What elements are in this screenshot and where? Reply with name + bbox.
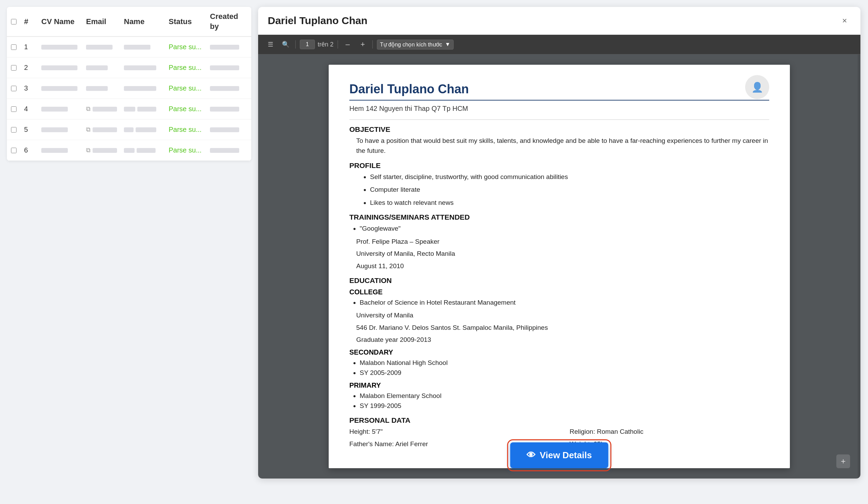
status-badge: Parse su... <box>169 105 202 113</box>
profile-list: Self starter, discipline, trustworthy, w… <box>360 172 769 208</box>
col-cvname-label: CV Name <box>41 17 75 26</box>
status-badge: Parse su... <box>169 126 202 133</box>
row-4-select[interactable] <box>11 106 17 112</box>
row-1-checkbox[interactable] <box>7 38 21 56</box>
row-6-email: ⧉ <box>83 141 121 160</box>
trainings-list: "Googlewave" <box>360 224 769 234</box>
row-1-num: 1 <box>21 37 38 57</box>
row-1-select[interactable] <box>11 44 17 50</box>
col-header-num: # <box>21 7 38 36</box>
select-all-checkbox[interactable] <box>11 19 17 24</box>
search-button[interactable]: 🔍 <box>280 39 291 50</box>
page-number-input[interactable] <box>300 40 315 49</box>
list-item: SY 2005-2009 <box>360 368 769 378</box>
row-1-email <box>83 39 121 56</box>
profile-watermark: 👤 <box>745 75 769 99</box>
row-5-num: 5 <box>21 120 38 140</box>
toolbar-separator-3 <box>372 40 373 49</box>
college-list: Bachelor of Science in Hotel Restaurant … <box>360 297 769 307</box>
table-row: 6 ⧉ Parse su... 04/11/20... <box>7 140 251 161</box>
row-3-checkbox[interactable] <box>7 80 21 97</box>
copy-icon[interactable]: ⧉ <box>86 126 91 133</box>
row-3-cv-name <box>38 80 83 97</box>
col-created-by-label: Created by <box>210 12 244 31</box>
row-4-status: Parse su... <box>165 99 207 119</box>
row-3-email <box>83 80 121 97</box>
trainings-venue: University of Manila, Recto Manila <box>349 249 769 258</box>
row-4-name <box>121 101 165 118</box>
row-6-num: 6 <box>21 140 38 161</box>
row-6-status: Parse su... <box>165 140 207 161</box>
row-4-created-by <box>207 101 248 118</box>
secondary-subtitle: SECONDARY <box>349 348 769 356</box>
pdf-content-area[interactable]: 👤 Dariel Tuplano Chan Hem 142 Nguyen thi… <box>258 54 860 479</box>
watermark-icon: 👤 <box>751 82 763 93</box>
trainings-speaker: Prof. Felipe Plaza – Speaker <box>349 237 769 247</box>
zoom-label: Tự động chọn kích thước <box>380 41 442 48</box>
eye-icon: 👁 <box>527 450 536 461</box>
header-checkbox[interactable] <box>7 7 21 36</box>
row-3-created-by <box>207 80 248 97</box>
status-badge: Parse su... <box>169 64 202 71</box>
row-2-created-by <box>207 59 248 76</box>
profile-title: PROFILE <box>349 162 769 170</box>
row-6-checkbox[interactable] <box>7 142 21 160</box>
row-5-checkbox[interactable] <box>7 121 21 139</box>
row-1-status: Parse su... <box>165 37 207 57</box>
status-badge: Parse su... <box>169 43 202 51</box>
row-1-cv-name <box>38 39 83 56</box>
zoom-in-button[interactable]: + <box>357 39 368 50</box>
row-3-date: 07/11/20... <box>248 78 251 99</box>
col-status-label: Status <box>169 17 192 26</box>
close-button[interactable]: × <box>838 14 851 27</box>
row-4-checkbox[interactable] <box>7 100 21 118</box>
row-4-cv-name <box>38 101 83 118</box>
col-header-cv-name: CV Name <box>38 7 83 36</box>
view-details-label: View Details <box>540 450 592 461</box>
row-5-email: ⧉ <box>83 120 121 140</box>
college-university: University of Manila <box>349 310 769 320</box>
plus-icon: + <box>841 456 846 466</box>
scrollbar[interactable] <box>858 54 860 479</box>
row-3-select[interactable] <box>11 86 17 91</box>
row-2-email <box>83 59 121 76</box>
zoom-select[interactable]: Tự động chọn kích thước ▼ <box>377 40 454 50</box>
toolbar-separator-2 <box>338 40 338 49</box>
zoom-out-button[interactable]: – <box>342 39 353 50</box>
status-badge: Parse su... <box>169 84 202 92</box>
row-3-num: 3 <box>21 78 38 99</box>
zoom-in-icon: + <box>361 40 365 49</box>
row-2-checkbox[interactable] <box>7 59 21 77</box>
pdf-page: 👤 Dariel Tuplano Chan Hem 142 Nguyen thi… <box>329 65 790 468</box>
row-5-name <box>121 121 165 138</box>
trainings-date: August 11, 2010 <box>349 261 769 271</box>
row-6-cv-name <box>38 142 83 159</box>
row-2-num: 2 <box>21 58 38 78</box>
add-button[interactable]: + <box>836 454 850 468</box>
primary-list: Malabon Elementary School SY 1999-2005 <box>360 391 769 411</box>
row-4-date: 04/11/20... <box>248 99 251 119</box>
row-2-cv-name <box>38 59 83 76</box>
objective-text: To have a position that would best suit … <box>349 136 769 156</box>
college-subtitle: COLLEGE <box>349 288 769 296</box>
row-5-created-by <box>207 121 248 138</box>
toolbar-separator <box>295 40 296 49</box>
row-2-select[interactable] <box>11 65 17 71</box>
row-6-select[interactable] <box>11 148 17 153</box>
cv-table-panel: # CV Name Email Name Status Created by C… <box>7 7 251 161</box>
table-header: # CV Name Email Name Status Created by C… <box>7 7 251 37</box>
list-item: Bachelor of Science in Hotel Restaurant … <box>360 297 769 307</box>
copy-icon[interactable]: ⧉ <box>86 105 91 113</box>
modal-header: Dariel Tuplano Chan × <box>258 7 860 35</box>
list-item: "Googlewave" <box>360 224 769 234</box>
col-header-email: Email <box>83 7 121 36</box>
row-5-select[interactable] <box>11 127 17 133</box>
pdf-toolbar: ☰ 🔍 trên 2 – + Tự động chọn kích thước ▼ <box>258 35 860 54</box>
page-navigation: trên 2 <box>300 40 333 49</box>
copy-icon[interactable]: ⧉ <box>86 147 91 154</box>
row-6-name <box>121 142 165 159</box>
page-total-label: trên 2 <box>318 41 333 48</box>
sidebar-toggle-button[interactable]: ☰ <box>265 39 276 50</box>
personal-title: PERSONAL DATA <box>349 416 769 424</box>
view-details-button[interactable]: 👁 View Details <box>510 442 608 468</box>
